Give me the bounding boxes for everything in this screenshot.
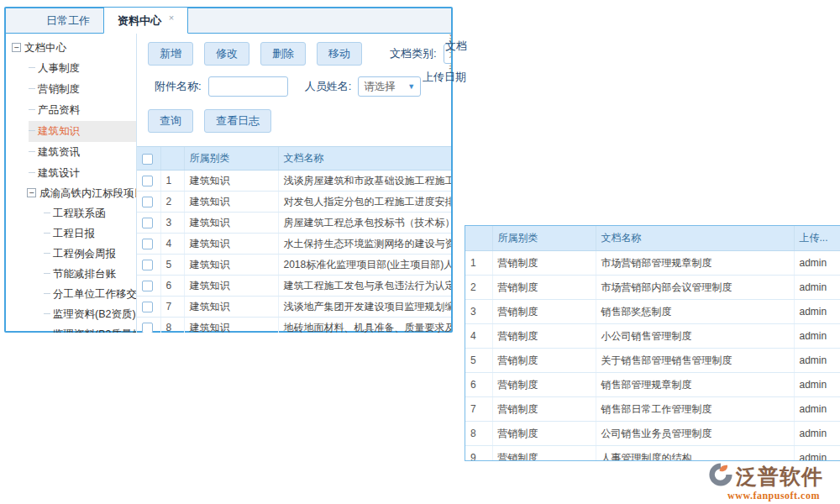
tree-item[interactable]: 节能减排台账: [44, 264, 136, 284]
tab-daily-work[interactable]: 日常工作: [33, 8, 103, 33]
move-button[interactable]: 移动: [317, 42, 362, 66]
upload-date-label: 上传日期: [423, 70, 466, 85]
row-index: 3: [160, 213, 184, 234]
tree-item[interactable]: 产品资料: [29, 100, 136, 121]
view-log-button[interactable]: 查看日志: [204, 109, 271, 133]
toolbar-row: 新增 修改 删除 移动 文档类别: 请选择 ▼: [148, 42, 451, 66]
row-category: 营销制度: [492, 373, 596, 397]
table-row[interactable]: 1营销制度市场营销部管理规章制度admin: [465, 251, 840, 276]
tree-item[interactable]: 人事制度: [29, 58, 136, 79]
category-column-header: 所属别类: [184, 147, 278, 171]
tree-item[interactable]: 工程联系函: [44, 203, 136, 223]
table-row[interactable]: 8建筑知识地砖地面材料、机具准备、质量要求及...: [137, 318, 451, 333]
table-row[interactable]: 7建筑知识浅谈地产集团开发建设项目监理规划编...: [137, 297, 451, 318]
tree-item[interactable]: 工程日报: [44, 223, 136, 244]
doc-clipped-label: 文档: [445, 39, 467, 54]
table-row[interactable]: 2营销制度市场营销部内部会议管理制度admin: [465, 276, 840, 300]
row-index: 6: [160, 276, 184, 297]
row-name: 市场营销部管理规章制度: [596, 251, 794, 276]
row-name: 市场营销部内部会议管理制度: [596, 276, 794, 300]
row-index: 4: [465, 324, 492, 349]
table-row[interactable]: 9营销制度人事管理制度的结构admin: [465, 446, 840, 462]
tree-item[interactable]: 监理资料(B3质量控制): [44, 324, 136, 333]
row-uploader: admin: [794, 324, 840, 349]
table-row[interactable]: 5营销制度关于销售部管理销售管理制度admin: [465, 349, 840, 373]
collapse-icon[interactable]: −: [27, 188, 36, 197]
row-checkbox[interactable]: [142, 239, 153, 249]
table-row[interactable]: 8营销制度公司销售业务员管理制度admin: [465, 422, 840, 446]
row-index: 9: [465, 446, 492, 462]
table-header-row: 所属别类 文档名称 上传...: [465, 226, 840, 251]
attachment-name-input[interactable]: [208, 76, 288, 97]
tree-root-label: 成渝高铁内江标段项目: [39, 187, 137, 199]
collapse-icon[interactable]: −: [12, 43, 21, 52]
filter-row: 附件名称: 人员姓名: 请选择 ▼: [155, 76, 451, 97]
row-category: 建筑知识: [184, 213, 278, 234]
tree-item[interactable]: 营销制度: [29, 79, 136, 100]
table-row[interactable]: 4营销制度小公司销售管理制度admin: [465, 324, 840, 349]
row-category: 营销制度: [492, 251, 596, 276]
tree-item[interactable]: 工程例会周报: [44, 244, 136, 264]
modify-button[interactable]: 修改: [204, 42, 249, 66]
row-name: 对发包人指定分包的工程施工进度安排...: [278, 192, 451, 213]
table-row[interactable]: 4建筑知识水土保持生态环境监测网络的建设与资...: [137, 234, 451, 255]
table-row[interactable]: 3营销制度销售部奖惩制度admin: [465, 300, 840, 324]
tree-root-project[interactable]: −成渝高铁内江标段项目: [27, 184, 136, 203]
row-checkbox[interactable]: [142, 323, 153, 333]
row-name: 销售部奖惩制度: [596, 300, 794, 324]
tab-bar: 日常工作 资料中心 ×: [6, 8, 451, 34]
table-row[interactable]: 3建筑知识房屋建筑工程总承包投标书（技术标）...: [137, 213, 451, 234]
person-name-value: 请选择: [364, 80, 396, 94]
row-name: 地砖地面材料、机具准备、质量要求及...: [278, 318, 451, 333]
row-category: 营销制度: [492, 422, 596, 446]
tree-item[interactable]: 监理资料(B2资质): [44, 304, 136, 324]
row-category: 建筑知识: [184, 297, 278, 318]
add-button[interactable]: 新增: [148, 42, 193, 66]
delete-button[interactable]: 删除: [260, 42, 306, 66]
fanpu-logo-icon: [707, 461, 734, 491]
row-checkbox[interactable]: [142, 218, 153, 228]
row-index: 8: [465, 422, 492, 446]
person-name-select[interactable]: 请选择 ▼: [358, 76, 421, 97]
table-row[interactable]: 2建筑知识对发包人指定分包的工程施工进度安排...: [137, 192, 451, 213]
table-row[interactable]: 1建筑知识浅谈房屋建筑和市政基础设施工程施工...: [137, 171, 451, 192]
row-name: 公司销售业务员管理制度: [596, 422, 794, 446]
tree-item[interactable]: 建筑设计: [29, 163, 136, 184]
row-name: 销售部管理规章制度: [596, 373, 794, 397]
row-index: 8: [160, 318, 184, 333]
row-index: 2: [160, 192, 184, 213]
tab-data-center-label: 资料中心: [118, 14, 161, 27]
action-row: 查询 查看日志: [148, 109, 451, 133]
table-row[interactable]: 6建筑知识建筑工程施工发包与承包违法行为认定...: [137, 276, 451, 297]
tree-item[interactable]: 建筑资讯: [29, 142, 136, 163]
tab-data-center[interactable]: 资料中心 ×: [103, 7, 188, 34]
row-category: 营销制度: [492, 300, 596, 324]
row-checkbox[interactable]: [142, 197, 153, 207]
row-checkbox[interactable]: [142, 281, 153, 291]
tree-item[interactable]: 分工单位工作移交: [44, 284, 136, 304]
tree-root-doc-center[interactable]: −文档中心: [12, 39, 136, 58]
row-name: 建筑工程施工发包与承包违法行为认定...: [278, 276, 451, 297]
row-uploader: admin: [794, 349, 840, 373]
close-icon[interactable]: ×: [169, 13, 174, 23]
row-uploader: admin: [794, 300, 840, 324]
row-name: 人事管理制度的结构: [596, 446, 794, 462]
row-category: 营销制度: [492, 324, 596, 349]
row-category: 营销制度: [492, 446, 596, 462]
row-index: 5: [465, 349, 492, 373]
query-button[interactable]: 查询: [148, 109, 193, 133]
docname-column-header: 文档名称: [596, 226, 794, 251]
row-checkbox[interactable]: [142, 176, 153, 186]
table-row[interactable]: 6营销制度销售部管理规章制度admin: [465, 373, 840, 397]
row-name: 2018标准化监理项目部(业主项目部)人员...: [278, 255, 451, 276]
select-all-checkbox[interactable]: [142, 154, 153, 165]
doc-category-label: 文档类别:: [390, 46, 437, 61]
tree-item-selected[interactable]: 建筑知识: [29, 121, 136, 142]
table-row[interactable]: 5建筑知识2018标准化监理项目部(业主项目部)人员...: [137, 255, 451, 276]
logo-name: 泛普软件: [736, 463, 823, 491]
row-checkbox[interactable]: [142, 302, 153, 312]
table-row[interactable]: 7营销制度销售部日常工作管理制度admin: [465, 397, 840, 422]
row-checkbox[interactable]: [142, 260, 153, 270]
document-table: 所属别类 文档名称 1建筑知识浅谈房屋建筑和市政基础设施工程施工... 2建筑知…: [137, 147, 451, 333]
row-category: 建筑知识: [184, 255, 278, 276]
